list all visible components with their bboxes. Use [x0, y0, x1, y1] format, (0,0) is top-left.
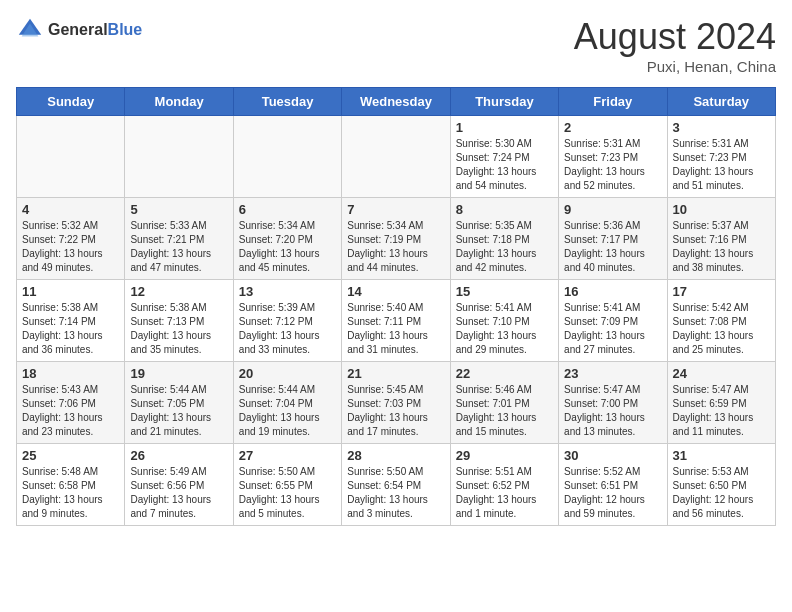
- day-number: 23: [564, 366, 661, 381]
- calendar-cell: 9Sunrise: 5:36 AM Sunset: 7:17 PM Daylig…: [559, 198, 667, 280]
- day-number: 12: [130, 284, 227, 299]
- day-info: Sunrise: 5:48 AM Sunset: 6:58 PM Dayligh…: [22, 465, 119, 521]
- day-number: 17: [673, 284, 770, 299]
- calendar-cell: 14Sunrise: 5:40 AM Sunset: 7:11 PM Dayli…: [342, 280, 450, 362]
- day-info: Sunrise: 5:45 AM Sunset: 7:03 PM Dayligh…: [347, 383, 444, 439]
- logo-general: General: [48, 21, 108, 38]
- day-number: 21: [347, 366, 444, 381]
- day-info: Sunrise: 5:37 AM Sunset: 7:16 PM Dayligh…: [673, 219, 770, 275]
- day-header-tuesday: Tuesday: [233, 88, 341, 116]
- calendar-cell: 24Sunrise: 5:47 AM Sunset: 6:59 PM Dayli…: [667, 362, 775, 444]
- day-info: Sunrise: 5:41 AM Sunset: 7:09 PM Dayligh…: [564, 301, 661, 357]
- page-header: GeneralBlue August 2024 Puxi, Henan, Chi…: [16, 16, 776, 75]
- day-number: 31: [673, 448, 770, 463]
- day-header-sunday: Sunday: [17, 88, 125, 116]
- calendar-cell: 5Sunrise: 5:33 AM Sunset: 7:21 PM Daylig…: [125, 198, 233, 280]
- week-row-4: 18Sunrise: 5:43 AM Sunset: 7:06 PM Dayli…: [17, 362, 776, 444]
- day-number: 4: [22, 202, 119, 217]
- logo: GeneralBlue: [16, 16, 142, 44]
- calendar-cell: 26Sunrise: 5:49 AM Sunset: 6:56 PM Dayli…: [125, 444, 233, 526]
- day-number: 16: [564, 284, 661, 299]
- day-info: Sunrise: 5:50 AM Sunset: 6:54 PM Dayligh…: [347, 465, 444, 521]
- day-number: 1: [456, 120, 553, 135]
- day-info: Sunrise: 5:42 AM Sunset: 7:08 PM Dayligh…: [673, 301, 770, 357]
- day-info: Sunrise: 5:47 AM Sunset: 7:00 PM Dayligh…: [564, 383, 661, 439]
- calendar-cell: [233, 116, 341, 198]
- day-info: Sunrise: 5:43 AM Sunset: 7:06 PM Dayligh…: [22, 383, 119, 439]
- day-number: 20: [239, 366, 336, 381]
- day-number: 18: [22, 366, 119, 381]
- week-row-1: 1Sunrise: 5:30 AM Sunset: 7:24 PM Daylig…: [17, 116, 776, 198]
- day-info: Sunrise: 5:31 AM Sunset: 7:23 PM Dayligh…: [564, 137, 661, 193]
- calendar-cell: 8Sunrise: 5:35 AM Sunset: 7:18 PM Daylig…: [450, 198, 558, 280]
- calendar-cell: 6Sunrise: 5:34 AM Sunset: 7:20 PM Daylig…: [233, 198, 341, 280]
- week-row-3: 11Sunrise: 5:38 AM Sunset: 7:14 PM Dayli…: [17, 280, 776, 362]
- calendar-cell: 23Sunrise: 5:47 AM Sunset: 7:00 PM Dayli…: [559, 362, 667, 444]
- day-info: Sunrise: 5:39 AM Sunset: 7:12 PM Dayligh…: [239, 301, 336, 357]
- day-info: Sunrise: 5:40 AM Sunset: 7:11 PM Dayligh…: [347, 301, 444, 357]
- day-number: 25: [22, 448, 119, 463]
- calendar-cell: 17Sunrise: 5:42 AM Sunset: 7:08 PM Dayli…: [667, 280, 775, 362]
- location: Puxi, Henan, China: [574, 58, 776, 75]
- day-number: 19: [130, 366, 227, 381]
- title-block: August 2024 Puxi, Henan, China: [574, 16, 776, 75]
- calendar-cell: 19Sunrise: 5:44 AM Sunset: 7:05 PM Dayli…: [125, 362, 233, 444]
- day-info: Sunrise: 5:44 AM Sunset: 7:04 PM Dayligh…: [239, 383, 336, 439]
- day-info: Sunrise: 5:53 AM Sunset: 6:50 PM Dayligh…: [673, 465, 770, 521]
- calendar-cell: 3Sunrise: 5:31 AM Sunset: 7:23 PM Daylig…: [667, 116, 775, 198]
- day-info: Sunrise: 5:30 AM Sunset: 7:24 PM Dayligh…: [456, 137, 553, 193]
- day-number: 22: [456, 366, 553, 381]
- day-info: Sunrise: 5:34 AM Sunset: 7:19 PM Dayligh…: [347, 219, 444, 275]
- day-header-friday: Friday: [559, 88, 667, 116]
- day-number: 11: [22, 284, 119, 299]
- day-info: Sunrise: 5:31 AM Sunset: 7:23 PM Dayligh…: [673, 137, 770, 193]
- header-row: SundayMondayTuesdayWednesdayThursdayFrid…: [17, 88, 776, 116]
- day-info: Sunrise: 5:35 AM Sunset: 7:18 PM Dayligh…: [456, 219, 553, 275]
- calendar-cell: 4Sunrise: 5:32 AM Sunset: 7:22 PM Daylig…: [17, 198, 125, 280]
- day-number: 24: [673, 366, 770, 381]
- day-info: Sunrise: 5:38 AM Sunset: 7:13 PM Dayligh…: [130, 301, 227, 357]
- logo-blue: Blue: [108, 21, 143, 38]
- month-year: August 2024: [574, 16, 776, 58]
- calendar-cell: [17, 116, 125, 198]
- calendar-cell: 30Sunrise: 5:52 AM Sunset: 6:51 PM Dayli…: [559, 444, 667, 526]
- calendar-cell: 21Sunrise: 5:45 AM Sunset: 7:03 PM Dayli…: [342, 362, 450, 444]
- calendar-cell: 22Sunrise: 5:46 AM Sunset: 7:01 PM Dayli…: [450, 362, 558, 444]
- day-info: Sunrise: 5:52 AM Sunset: 6:51 PM Dayligh…: [564, 465, 661, 521]
- calendar-cell: 1Sunrise: 5:30 AM Sunset: 7:24 PM Daylig…: [450, 116, 558, 198]
- day-number: 28: [347, 448, 444, 463]
- calendar-cell: 12Sunrise: 5:38 AM Sunset: 7:13 PM Dayli…: [125, 280, 233, 362]
- day-number: 6: [239, 202, 336, 217]
- calendar-cell: 25Sunrise: 5:48 AM Sunset: 6:58 PM Dayli…: [17, 444, 125, 526]
- day-number: 26: [130, 448, 227, 463]
- day-number: 9: [564, 202, 661, 217]
- day-info: Sunrise: 5:47 AM Sunset: 6:59 PM Dayligh…: [673, 383, 770, 439]
- calendar-cell: 31Sunrise: 5:53 AM Sunset: 6:50 PM Dayli…: [667, 444, 775, 526]
- day-number: 13: [239, 284, 336, 299]
- day-number: 14: [347, 284, 444, 299]
- day-header-monday: Monday: [125, 88, 233, 116]
- week-row-2: 4Sunrise: 5:32 AM Sunset: 7:22 PM Daylig…: [17, 198, 776, 280]
- day-number: 27: [239, 448, 336, 463]
- logo-icon: [16, 16, 44, 44]
- day-info: Sunrise: 5:33 AM Sunset: 7:21 PM Dayligh…: [130, 219, 227, 275]
- calendar-cell: 10Sunrise: 5:37 AM Sunset: 7:16 PM Dayli…: [667, 198, 775, 280]
- day-info: Sunrise: 5:50 AM Sunset: 6:55 PM Dayligh…: [239, 465, 336, 521]
- day-number: 29: [456, 448, 553, 463]
- calendar-cell: 20Sunrise: 5:44 AM Sunset: 7:04 PM Dayli…: [233, 362, 341, 444]
- day-number: 2: [564, 120, 661, 135]
- day-number: 8: [456, 202, 553, 217]
- calendar-cell: 11Sunrise: 5:38 AM Sunset: 7:14 PM Dayli…: [17, 280, 125, 362]
- day-info: Sunrise: 5:46 AM Sunset: 7:01 PM Dayligh…: [456, 383, 553, 439]
- day-info: Sunrise: 5:49 AM Sunset: 6:56 PM Dayligh…: [130, 465, 227, 521]
- calendar-table: SundayMondayTuesdayWednesdayThursdayFrid…: [16, 87, 776, 526]
- calendar-cell: 28Sunrise: 5:50 AM Sunset: 6:54 PM Dayli…: [342, 444, 450, 526]
- calendar-cell: 18Sunrise: 5:43 AM Sunset: 7:06 PM Dayli…: [17, 362, 125, 444]
- calendar-cell: 16Sunrise: 5:41 AM Sunset: 7:09 PM Dayli…: [559, 280, 667, 362]
- day-number: 15: [456, 284, 553, 299]
- calendar-cell: [125, 116, 233, 198]
- calendar-cell: 7Sunrise: 5:34 AM Sunset: 7:19 PM Daylig…: [342, 198, 450, 280]
- day-header-saturday: Saturday: [667, 88, 775, 116]
- day-info: Sunrise: 5:38 AM Sunset: 7:14 PM Dayligh…: [22, 301, 119, 357]
- day-info: Sunrise: 5:34 AM Sunset: 7:20 PM Dayligh…: [239, 219, 336, 275]
